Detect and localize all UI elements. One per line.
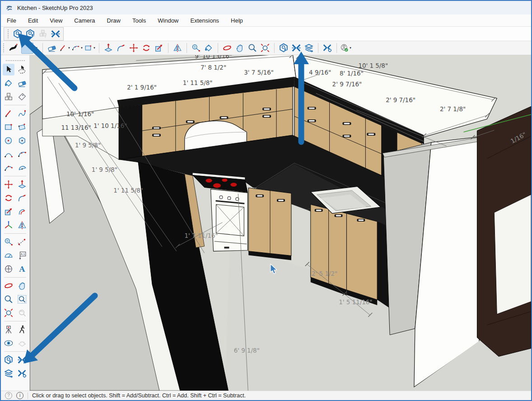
chevron-down-icon[interactable]: ▼ [68, 47, 70, 49]
tape-measure-icon[interactable] [190, 42, 202, 54]
menu-window[interactable]: Window [152, 14, 184, 26]
menu-draw[interactable]: Draw [101, 14, 126, 26]
rotate-icon[interactable] [140, 42, 152, 54]
lasso-select-icon[interactable] [16, 64, 28, 75]
chevron-down-icon[interactable]: ▼ [80, 47, 83, 49]
protractor-icon[interactable] [3, 250, 14, 261]
flip-icon[interactable] [172, 42, 183, 54]
pie-icon[interactable] [16, 162, 28, 174]
status-message: Click or drag to select objects. Shift =… [32, 392, 246, 399]
toolbar-dropdown[interactable]: ▼ [20, 42, 39, 54]
flatten-x-gear-icon[interactable] [322, 42, 333, 54]
chevron-down-icon[interactable]: ▼ [93, 47, 96, 49]
zoom-icon[interactable] [3, 293, 14, 305]
text-label-icon[interactable] [16, 250, 28, 261]
circle-icon[interactable] [3, 135, 14, 146]
solid-hexagon-down-icon[interactable] [3, 354, 14, 366]
cubes-up-icon[interactable] [37, 28, 49, 40]
components-icon[interactable] [3, 91, 14, 103]
flatten-x-icon[interactable] [50, 28, 61, 40]
paint-bucket-icon[interactable] [3, 77, 14, 89]
layers-export-icon[interactable] [303, 42, 315, 54]
menu-tools[interactable]: Tools [126, 14, 152, 26]
flatten-x-icon[interactable] [16, 354, 28, 366]
polygon-icon[interactable] [16, 135, 28, 146]
scale-icon[interactable] [3, 206, 14, 217]
toolbar-grip[interactable] [5, 60, 25, 62]
eraser-icon[interactable] [46, 42, 58, 54]
pan-icon[interactable] [16, 280, 28, 292]
pan-icon[interactable] [234, 42, 246, 54]
viewport-3d-scene[interactable]: 9' 10 13/16" 7' 8 1/2" 3' 7 5/16" 2' 1 9… [30, 55, 531, 391]
account-icon[interactable]: ▼ [340, 42, 352, 54]
pencil-icon[interactable]: ▼ [59, 42, 70, 54]
dropdown-swatch[interactable] [21, 42, 33, 54]
dimension-icon[interactable] [16, 236, 28, 248]
paint-bucket-icon[interactable] [203, 42, 215, 54]
push-pull-icon[interactable] [103, 42, 114, 54]
offset-icon[interactable] [16, 206, 28, 217]
follow-me-icon[interactable] [16, 192, 28, 204]
menu-edit[interactable]: Edit [22, 14, 44, 26]
info-icon[interactable]: i [16, 392, 23, 399]
flatten-x-icon[interactable] [290, 42, 302, 54]
three-point-arc-icon[interactable] [3, 162, 14, 174]
orbit-icon[interactable] [3, 280, 14, 292]
move-icon[interactable] [128, 42, 140, 54]
help-icon[interactable]: ? [5, 392, 12, 399]
axes-star-icon[interactable] [3, 219, 14, 231]
eraser-icon[interactable] [16, 77, 28, 89]
zoom-window-icon[interactable] [16, 293, 28, 305]
zoom-extents-icon[interactable] [3, 307, 14, 319]
arc-icon[interactable] [3, 148, 14, 160]
leaping-cat-icon[interactable] [7, 42, 19, 54]
position-camera-icon[interactable] [3, 324, 14, 335]
floating-extension-toolbar [4, 27, 64, 41]
two-point-arc-icon[interactable]: ▼ [71, 42, 83, 54]
section-plane-icon[interactable] [16, 337, 28, 349]
tag-icon[interactable] [16, 91, 28, 103]
solid-hexagon-down-icon[interactable] [12, 28, 23, 40]
move-icon[interactable] [3, 179, 14, 190]
two-point-arc-icon[interactable] [16, 148, 28, 160]
menu-extensions[interactable]: Extensions [185, 14, 225, 26]
axes-compass-icon[interactable] [3, 263, 14, 275]
zoom-icon[interactable] [247, 42, 258, 54]
solid-hexagon-up-icon[interactable] [24, 28, 36, 40]
menu-file[interactable]: File [1, 14, 22, 26]
walk-icon[interactable] [16, 324, 28, 335]
select-icon[interactable] [3, 64, 14, 75]
rotate-icon[interactable] [3, 192, 14, 204]
orbit-icon[interactable] [221, 42, 233, 54]
look-around-icon[interactable] [3, 337, 14, 349]
chevron-down-icon[interactable]: ▼ [349, 47, 352, 49]
rectangle-icon[interactable]: ▼ [84, 42, 96, 54]
toolbar-grip[interactable] [7, 29, 9, 39]
flatten-x-gear-icon[interactable] [16, 368, 28, 379]
scale-icon[interactable] [153, 42, 165, 54]
base-cabinet-left[interactable] [248, 188, 291, 260]
zoom-extents-icon[interactable] [259, 42, 271, 54]
chevron-down-icon[interactable]: ▼ [35, 47, 38, 49]
menu-view[interactable]: View [44, 14, 68, 26]
zoom-previous-icon[interactable] [16, 307, 28, 319]
toolbar-dock-row [1, 27, 531, 41]
solid-hexagon-down-icon[interactable] [278, 42, 289, 54]
flip-icon[interactable] [16, 219, 28, 231]
menu-camera[interactable]: Camera [68, 14, 101, 26]
menu-help[interactable]: Help [225, 14, 249, 26]
rectangle-icon[interactable] [3, 121, 14, 133]
base-cabinet-sink-b[interactable] [346, 213, 377, 305]
pencil-icon[interactable] [3, 108, 14, 119]
push-pull-icon[interactable] [16, 179, 28, 190]
toolbar-grip[interactable] [3, 43, 5, 53]
dimension-label: 1' 11 5/8" [183, 80, 213, 86]
rotated-rectangle-icon[interactable] [16, 121, 28, 133]
three-d-text-icon[interactable] [16, 263, 28, 275]
follow-me-icon[interactable] [115, 42, 127, 54]
tape-measure-icon[interactable] [3, 236, 14, 248]
freehand-icon[interactable] [16, 108, 28, 119]
dark-wardrobe[interactable] [477, 106, 531, 356]
layers-export-icon[interactable] [3, 368, 14, 379]
viewport[interactable]: 9' 10 13/16" 7' 8 1/2" 3' 7 5/16" 2' 1 9… [30, 55, 531, 391]
